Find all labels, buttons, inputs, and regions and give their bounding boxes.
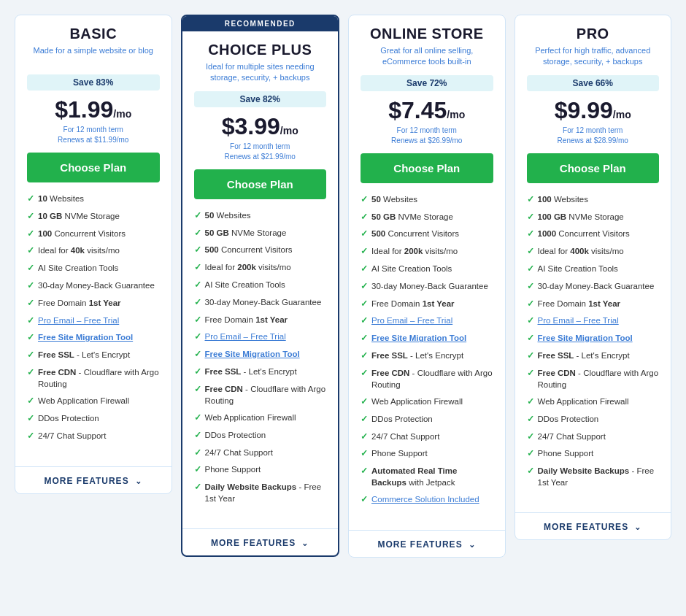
feature-bold: 50 xyxy=(371,195,381,204)
feature-item: ✓Free Domain 1st Year xyxy=(27,297,160,309)
check-icon: ✓ xyxy=(361,396,368,408)
check-icon: ✓ xyxy=(194,429,201,442)
feature-bold: 500 xyxy=(205,245,219,254)
feature-text: Automated Real Time Backups with Jetpack xyxy=(371,465,493,488)
feature-text: Free Site Migration Tool xyxy=(371,332,466,344)
feature-text: 30-day Money-Back Guarantee xyxy=(38,280,155,291)
more-features-button-pro[interactable]: MORE FEATURES ⌄ xyxy=(515,512,671,539)
feature-item: ✓Ideal for 40k visits/mo xyxy=(27,245,160,257)
feature-item: ✓30-day Money-Back Guarantee xyxy=(194,296,327,309)
feature-text: 500 Concurrent Visitors xyxy=(205,244,293,255)
choose-plan-button-pro[interactable]: Choose Plan xyxy=(527,153,660,183)
check-icon: ✓ xyxy=(194,296,201,309)
feature-item: ✓Ideal for 400k visits/mo xyxy=(527,245,660,258)
feature-text: 50 GB NVMe Storage xyxy=(205,227,287,239)
feature-text: Web Application Firewall xyxy=(205,412,296,423)
feature-link[interactable]: Pro Email – Free Trial xyxy=(205,332,286,341)
choose-plan-button-online-store[interactable]: Choose Plan xyxy=(361,153,493,183)
feature-text: Web Application Firewall xyxy=(38,395,129,407)
feature-text: 100 Concurrent Visitors xyxy=(38,228,126,239)
feature-text: Free SSL - Let's Encrypt xyxy=(538,350,630,361)
check-icon: ✓ xyxy=(361,263,368,275)
feature-bold-link[interactable]: Free Site Migration Tool xyxy=(538,334,633,342)
check-icon: ✓ xyxy=(27,297,34,309)
check-icon: ✓ xyxy=(27,366,34,379)
plans-container: BASICMade for a simple website or blogSa… xyxy=(15,15,671,558)
feature-text: 10 Websites xyxy=(38,193,84,204)
feature-item: ✓Free SSL - Let's Encrypt xyxy=(527,350,660,362)
feature-item: ✓100 Concurrent Visitors xyxy=(27,228,160,240)
check-icon: ✓ xyxy=(27,245,34,257)
feature-text: Daily Website Backups - Free 1st Year xyxy=(205,481,327,504)
feature-text: Web Application Firewall xyxy=(538,396,629,407)
feature-item: ✓30-day Money-Back Guarantee xyxy=(27,280,160,292)
feature-link[interactable]: Pro Email – Free Trial xyxy=(371,316,452,325)
feature-text: Web Application Firewall xyxy=(371,396,463,407)
feature-item: ✓24/7 Chat Support xyxy=(527,431,660,443)
feature-item: ✓Ideal for 200k visits/mo xyxy=(361,245,493,258)
feature-item: ✓Free SSL - Let's Encrypt xyxy=(27,349,160,361)
feature-text: Commerce Solution Included xyxy=(371,493,479,505)
feature-item: ✓50 Websites xyxy=(361,193,493,206)
feature-bold: Free CDN xyxy=(38,368,76,377)
check-icon: ✓ xyxy=(27,228,34,240)
check-icon: ✓ xyxy=(527,431,534,443)
feature-link[interactable]: Pro Email – Free Trial xyxy=(38,316,119,325)
choose-plan-button-choice-plus[interactable]: Choose Plan xyxy=(194,169,327,199)
more-features-button-choice-plus[interactable]: MORE FEATURES ⌄ xyxy=(182,528,339,555)
check-icon: ✓ xyxy=(527,396,534,408)
feature-item: ✓24/7 Chat Support xyxy=(27,430,160,442)
check-icon: ✓ xyxy=(194,481,201,493)
price-mo-pro: /mo xyxy=(613,109,631,120)
check-icon: ✓ xyxy=(27,331,34,344)
feature-link2[interactable]: Commerce Solution Included xyxy=(371,495,479,504)
feature-text: Free CDN - Cloudflare with Argo Routing xyxy=(205,383,327,407)
check-icon: ✓ xyxy=(194,447,201,459)
feature-text: Daily Website Backups - Free 1st Year xyxy=(538,465,660,488)
more-features-button-online-store[interactable]: MORE FEATURES ⌄ xyxy=(349,530,505,557)
feature-link[interactable]: Pro Email – Free Trial xyxy=(538,316,619,325)
check-icon: ✓ xyxy=(527,228,534,240)
chevron-down-icon: ⌄ xyxy=(135,477,142,486)
feature-text: Pro Email – Free Trial xyxy=(38,315,119,326)
feature-item: ✓Phone Support xyxy=(527,447,660,460)
feature-item: ✓Free Site Migration Tool xyxy=(361,332,493,344)
choose-plan-button-basic[interactable]: Choose Plan xyxy=(27,153,160,182)
plan-name-choice-plus: CHOICE PLUS xyxy=(194,42,327,58)
plan-card-choice-plus: RECOMMENDEDCHOICE PLUSIdeal for multiple… xyxy=(181,15,340,557)
price-main-choice-plus: $3.99 xyxy=(222,113,280,139)
feature-bold-link[interactable]: Free Site Migration Tool xyxy=(371,334,466,342)
plan-card-pro: PROPerfect for high traffic, advanced st… xyxy=(514,15,672,540)
feature-bold-link[interactable]: Free Site Migration Tool xyxy=(205,350,300,358)
plan-body-online-store: ONLINE STOREGreat for all online selling… xyxy=(349,15,505,523)
price-mo-choice-plus: /mo xyxy=(280,125,298,136)
check-icon: ✓ xyxy=(194,331,201,343)
check-icon: ✓ xyxy=(27,430,34,442)
feature-bold-end: 1st Year xyxy=(423,299,455,308)
feature-item: ✓500 Concurrent Visitors xyxy=(194,244,327,256)
feature-text: Free CDN - Cloudflare with Argo Routing xyxy=(538,367,660,390)
check-icon: ✓ xyxy=(527,193,534,206)
feature-bold: Free SSL xyxy=(205,367,242,376)
check-icon: ✓ xyxy=(27,412,34,425)
feature-item: ✓DDos Protection xyxy=(527,413,660,426)
feature-bold: 100 GB xyxy=(538,212,567,221)
feature-text: 24/7 Chat Support xyxy=(38,430,106,442)
feature-bold: Free SSL xyxy=(538,351,574,360)
feature-bold: Daily Website Backups xyxy=(538,466,630,475)
feature-bold: 200k xyxy=(237,263,256,272)
feature-item: ✓Free Domain 1st Year xyxy=(361,298,493,310)
plan-desc-choice-plus: Ideal for multiple sites needing storage… xyxy=(194,61,327,84)
feature-bold: 50 GB xyxy=(205,228,229,237)
check-icon: ✓ xyxy=(194,383,201,396)
feature-bold: 40k xyxy=(71,246,85,255)
recommended-badge: RECOMMENDED xyxy=(182,16,339,31)
more-features-button-basic[interactable]: MORE FEATURES ⌄ xyxy=(15,466,172,493)
features-list-basic: ✓10 Websites✓10 GB NVMe Storage✓100 Conc… xyxy=(27,193,160,442)
feature-text: 500 Concurrent Visitors xyxy=(371,228,459,239)
feature-bold-link[interactable]: Free Site Migration Tool xyxy=(38,333,133,342)
price-main-online-store: $7.45 xyxy=(388,97,447,123)
feature-text: DDos Protection xyxy=(371,413,433,425)
feature-item: ✓Pro Email – Free Trial xyxy=(27,315,160,327)
save-bar-online-store: Save 72% xyxy=(361,75,493,91)
